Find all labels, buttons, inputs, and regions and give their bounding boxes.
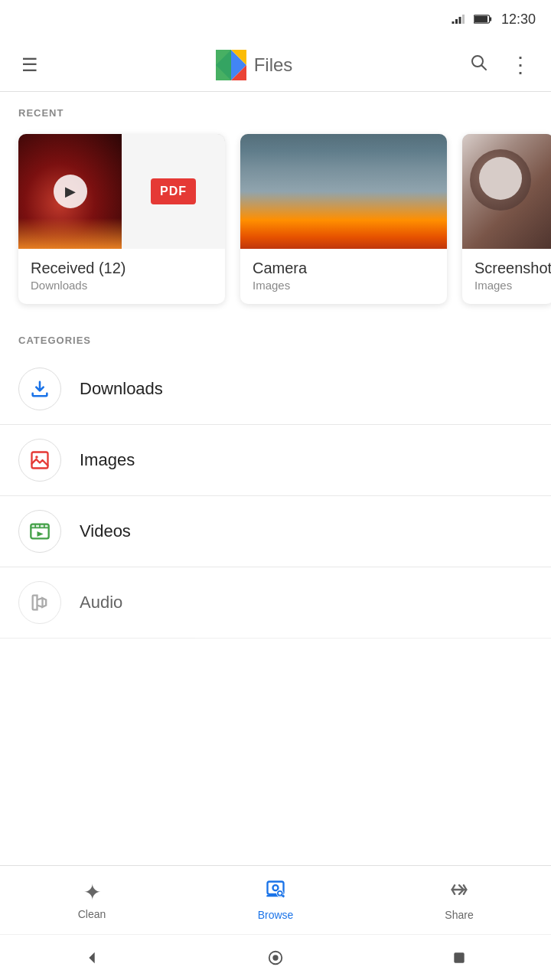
more-options-button[interactable]: ⋮ <box>504 46 536 83</box>
clean-icon: ✦ <box>83 880 101 905</box>
card-info-screenshots: Screenshots Images <box>462 249 551 304</box>
recent-card-received[interactable]: ▶ PDF Received (12) Downloads <box>18 134 225 304</box>
card-sub: Images <box>253 279 435 292</box>
audio-icon-wrap <box>18 581 61 624</box>
images-label: Images <box>80 450 135 470</box>
home-button[interactable] <box>260 942 291 973</box>
main-content: RECENT ▶ PDF Received (12) Downloads <box>0 92 551 761</box>
card-info-camera: Camera Images <box>240 249 447 304</box>
app-bar: ☰ Files ⋮ <box>0 38 551 92</box>
pdf-badge: PDF <box>151 178 196 204</box>
card-info-received: Received (12) Downloads <box>18 249 225 304</box>
play-icon: ▶ <box>54 175 87 208</box>
category-downloads[interactable]: Downloads <box>0 354 551 425</box>
back-button[interactable] <box>77 942 107 973</box>
app-logo <box>216 50 246 80</box>
svg-line-12 <box>482 65 487 70</box>
share-label: Share <box>445 909 473 921</box>
image-icon <box>29 449 51 471</box>
audio-icon <box>29 592 51 613</box>
video-icon <box>29 521 51 542</box>
browse-label: Browse <box>258 909 294 921</box>
svg-marker-0 <box>452 21 454 24</box>
svg-marker-3 <box>462 15 465 24</box>
svg-rect-6 <box>490 17 492 21</box>
svg-rect-5 <box>474 16 487 23</box>
browse-icon <box>265 879 286 906</box>
download-icon <box>29 378 51 400</box>
svg-marker-1 <box>455 19 458 24</box>
signal-icon <box>451 12 465 26</box>
status-bar: 12:30 <box>0 0 551 38</box>
recents-button[interactable] <box>444 942 474 973</box>
clean-label: Clean <box>78 908 106 920</box>
svg-rect-33 <box>454 952 464 962</box>
svg-marker-2 <box>458 17 461 24</box>
card-thumb-received: ▶ PDF <box>18 134 225 249</box>
svg-point-26 <box>273 885 279 890</box>
system-nav-bar <box>0 934 551 980</box>
audio-label: Audio <box>80 593 122 612</box>
app-bar-actions: ⋮ <box>464 46 536 83</box>
recent-scroll: ▶ PDF Received (12) Downloads Camera Ima… <box>0 126 551 319</box>
category-images[interactable]: Images <box>0 425 551 496</box>
card-name: Screenshots <box>474 260 542 277</box>
battery-icon <box>474 14 492 24</box>
app-logo-title: Files <box>44 50 464 80</box>
recent-card-camera[interactable]: Camera Images <box>240 134 447 304</box>
status-time: 12:30 <box>501 11 536 28</box>
category-videos[interactable]: Videos <box>0 496 551 567</box>
downloads-label: Downloads <box>80 379 163 399</box>
svg-point-32 <box>272 955 278 960</box>
svg-marker-8 <box>216 50 231 80</box>
menu-button[interactable]: ☰ <box>15 48 44 82</box>
video-thumb: ▶ <box>18 134 122 249</box>
pdf-thumb: PDF <box>122 134 225 249</box>
svg-point-15 <box>35 456 38 459</box>
videos-label: Videos <box>80 521 131 541</box>
videos-icon-wrap <box>18 510 61 553</box>
search-button[interactable] <box>464 47 494 83</box>
categories-header: CATEGORIES <box>0 319 551 354</box>
app-title: Files <box>254 54 293 76</box>
recent-header: RECENT <box>0 92 551 126</box>
categories-list: Downloads Images <box>0 354 551 639</box>
card-thumb-camera <box>240 134 447 249</box>
card-sub: Images <box>474 279 542 292</box>
card-thumb-screenshots <box>462 134 551 249</box>
nav-browse[interactable]: Browse <box>184 871 367 929</box>
nav-share[interactable]: Share <box>367 871 551 929</box>
card-name: Received (12) <box>31 260 213 277</box>
card-sub: Downloads <box>31 279 213 292</box>
category-audio[interactable]: Audio <box>0 567 551 639</box>
images-icon-wrap <box>18 439 61 482</box>
share-icon <box>448 879 470 906</box>
recent-card-screenshots[interactable]: Screenshots Images <box>462 134 551 304</box>
bottom-nav: ✦ Clean Browse Share <box>0 865 551 934</box>
svg-marker-30 <box>89 952 94 963</box>
card-name: Camera <box>253 260 435 277</box>
nav-clean[interactable]: ✦ Clean <box>0 872 184 928</box>
svg-marker-22 <box>37 531 44 537</box>
downloads-icon-wrap <box>18 368 61 410</box>
